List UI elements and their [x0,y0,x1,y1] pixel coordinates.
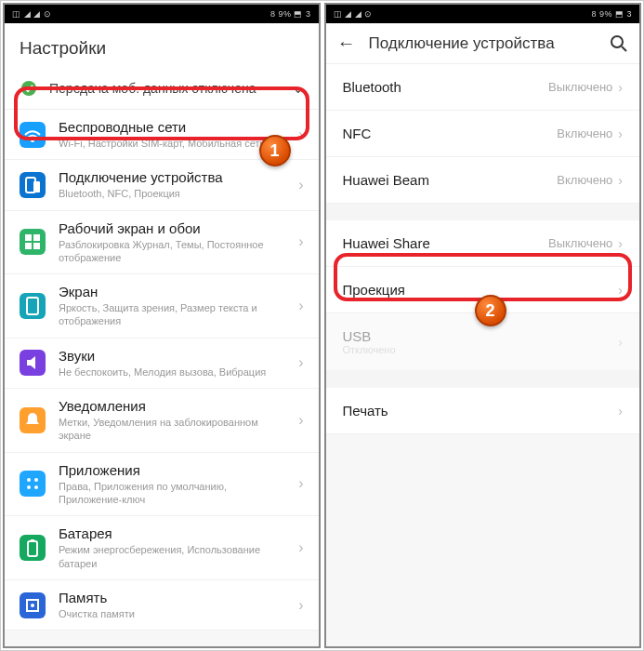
chevron-right-icon: › [298,412,303,429]
row-sub: Отключено [343,344,396,355]
svg-rect-6 [20,229,46,255]
svg-rect-7 [25,234,32,241]
section-divider [326,204,640,220]
item-title: Беспроводные сети [59,119,285,135]
phone-left-settings: ◫ ◢ ◢ ⊙ 8 9% ⬒ 3 Настройки Передача моб.… [3,3,321,648]
device-connection-header: ← Подключение устройства [326,23,640,64]
svg-point-2 [31,139,34,142]
row-bluetooth[interactable]: BluetoothВыключено› [326,64,640,111]
chevron-right-icon: › [298,233,303,250]
battery-icon [20,535,46,561]
row-label: Huawei Share [343,235,430,251]
phone-right-device-connection: ◫ ◢ ◢ ⊙ 8 9% ⬒ 3 ← Подключение устройств… [324,3,642,648]
notice-icon [20,79,38,98]
row-value: Включено [557,126,612,140]
row-label: NFC [343,126,372,141]
status-right: 8 9% ⬒ 3 [591,9,632,19]
svg-point-18 [27,485,31,489]
item-title: Подключение устройства [59,169,285,185]
chevron-down-icon: ⌄ [293,81,304,96]
item-subtitle: Метки, Уведомления на заблокированном эк… [59,416,285,443]
row-huawei-beam[interactable]: Huawei BeamВключено› [326,157,640,204]
svg-rect-3 [20,172,46,198]
item-subtitle: Разблокировка Журнал, Темы, Постоянное о… [59,238,285,265]
status-bar: ◫ ◢ ◢ ⊙ 8 9% ⬒ 3 [5,5,319,23]
row-label: USB [343,328,396,344]
svg-rect-8 [33,234,40,241]
row-label: Проекция [343,282,405,298]
settings-item-notif[interactable]: Уведомления Метки, Уведомления на заблок… [5,389,319,453]
item-title: Уведомления [59,398,285,414]
svg-point-17 [34,478,38,482]
settings-item-memory[interactable]: Память Очистка памяти › [5,580,319,631]
chevron-right-icon: › [618,173,623,188]
svg-point-16 [27,478,31,482]
item-subtitle: Яркость, Защита зрения, Размер текста и … [59,301,285,328]
item-subtitle: Bluetooth, NFC, Проекция [59,187,285,200]
section-divider [326,371,640,388]
svg-point-25 [31,604,34,607]
svg-rect-9 [25,243,32,249]
chevron-right-icon: › [618,283,623,298]
memory-icon [20,592,46,618]
chevron-right-icon: › [618,335,623,350]
svg-rect-15 [20,471,46,497]
item-subtitle: Режим энергосбережения, Использование ба… [59,543,285,570]
chevron-right-icon: › [298,539,303,556]
chevron-right-icon: › [298,597,303,614]
item-title: Батарея [59,525,285,541]
settings-item-home[interactable]: Рабочий экран и обои Разблокировка Журна… [5,211,319,275]
svg-point-0 [21,81,36,96]
status-left: ◫ ◢ ◢ ⊙ [334,9,373,19]
row-value: Включено [557,173,612,187]
chevron-right-icon: › [298,354,303,371]
chevron-right-icon: › [298,298,303,314]
settings-item-device[interactable]: Подключение устройства Bluetooth, NFC, П… [5,160,319,210]
row-печать[interactable]: Печать› [326,388,640,434]
search-icon[interactable] [610,34,628,53]
home-icon [20,229,46,255]
item-title: Рабочий экран и обои [59,220,285,236]
chevron-right-icon: › [618,126,623,141]
svg-rect-5 [33,181,40,193]
chevron-right-icon: › [618,404,623,418]
row-huawei-share[interactable]: Huawei ShareВыключено› [326,220,640,267]
back-arrow-icon[interactable]: ← [337,33,356,54]
settings-item-display[interactable]: Экран Яркость, Защита зрения, Размер тек… [5,274,319,339]
item-title: Память [59,590,285,605]
callout-badge-1: 1 [259,135,291,166]
item-title: Экран [59,284,285,299]
settings-item-apps[interactable]: Приложения Права, Приложения по умолчани… [5,453,319,517]
sound-icon [20,350,46,376]
item-title: Звуки [59,348,285,364]
item-title: Приложения [59,462,285,478]
display-icon [20,293,46,319]
svg-point-26 [611,36,623,47]
status-left: ◫ ◢ ◢ ⊙ [12,9,51,19]
chevron-right-icon: › [618,80,623,95]
row-label: Печать [343,403,388,418]
chevron-right-icon: › [298,177,303,193]
chevron-right-icon: › [618,236,623,251]
row-nfc[interactable]: NFCВключено› [326,111,640,157]
item-subtitle: Очистка памяти [59,607,285,620]
row-value: Выключено [548,236,612,250]
wifi-icon [20,122,46,148]
apps-icon [20,471,46,497]
svg-rect-22 [31,539,34,541]
status-bar: ◫ ◢ ◢ ⊙ 8 9% ⬒ 3 [326,5,640,23]
header-title: Подключение устройства [369,34,598,53]
svg-point-19 [34,485,38,489]
settings-item-battery[interactable]: Батарея Режим энергосбережения, Использо… [5,516,319,580]
chevron-right-icon: › [298,126,303,143]
mobile-data-notice[interactable]: Передача моб. данных отключена ⌄ [5,68,319,110]
row-value: Выключено [548,80,612,94]
row-label: Bluetooth [343,79,401,95]
settings-header: Настройки [5,23,319,68]
notif-icon [20,407,46,433]
device-icon [20,172,46,198]
svg-line-27 [622,46,626,51]
settings-item-sound[interactable]: Звуки Не беспокоить, Мелодия вызова, Виб… [5,339,319,389]
item-subtitle: Wi-Fi, Настройки SIM-карт, Мобильная сет… [59,137,285,150]
svg-rect-10 [33,243,40,249]
